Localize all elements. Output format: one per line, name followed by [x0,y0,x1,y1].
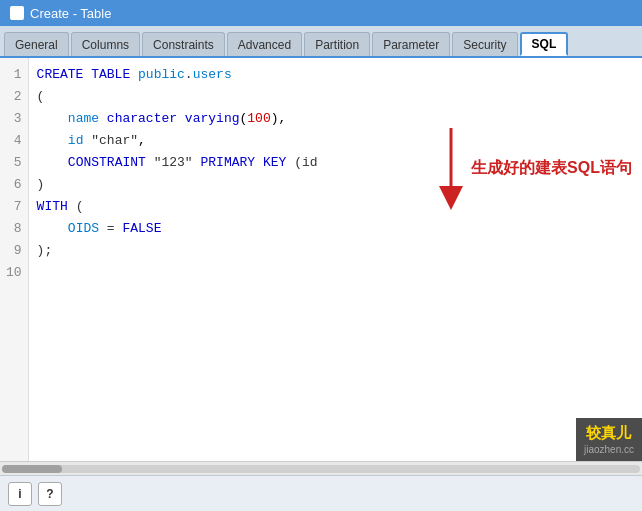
title-bar: Create - Table [0,0,642,26]
bottom-bar: i ? [0,475,642,511]
tab-columns[interactable]: Columns [71,32,140,56]
title-bar-text: Create - Table [30,6,111,21]
tab-partition[interactable]: Partition [304,32,370,56]
code-line-4: id "char", [37,130,634,152]
scrollbar-thumb[interactable] [2,465,62,473]
tab-security[interactable]: Security [452,32,517,56]
code-line-2: ( [37,86,634,108]
code-line-6: ) [37,174,634,196]
tab-sql[interactable]: SQL [520,32,569,56]
code-line-10 [37,262,634,284]
code-line-8: OIDS = FALSE [37,218,634,240]
help-button[interactable]: ? [38,482,62,506]
code-line-3: name character varying(100), [37,108,634,130]
tab-general[interactable]: General [4,32,69,56]
content-area: 1 2 3 4 5 6 7 8 9 10 CREATE TABLE public… [0,58,642,475]
scrollbar-track[interactable] [2,465,640,473]
code-line-7: WITH ( [37,196,634,218]
info-button[interactable]: i [8,482,32,506]
line-numbers: 1 2 3 4 5 6 7 8 9 10 [0,58,29,461]
code-line-5: CONSTRAINT "123" PRIMARY KEY (id [37,152,634,174]
table-icon [10,6,24,20]
code-line-1: CREATE TABLE public.users [37,64,634,86]
watermark-line1: 较真儿 [584,422,634,443]
tab-constraints[interactable]: Constraints [142,32,225,56]
horizontal-scrollbar[interactable] [0,461,642,475]
watermark-line2: jiaozhen.cc [584,443,634,457]
code-editor[interactable]: 1 2 3 4 5 6 7 8 9 10 CREATE TABLE public… [0,58,642,461]
tab-bar: General Columns Constraints Advanced Par… [0,26,642,58]
code-content[interactable]: CREATE TABLE public.users ( name charact… [29,58,642,461]
code-line-9: ); [37,240,634,262]
watermark: 较真儿 jiaozhen.cc [576,418,642,461]
tab-advanced[interactable]: Advanced [227,32,302,56]
tab-parameter[interactable]: Parameter [372,32,450,56]
